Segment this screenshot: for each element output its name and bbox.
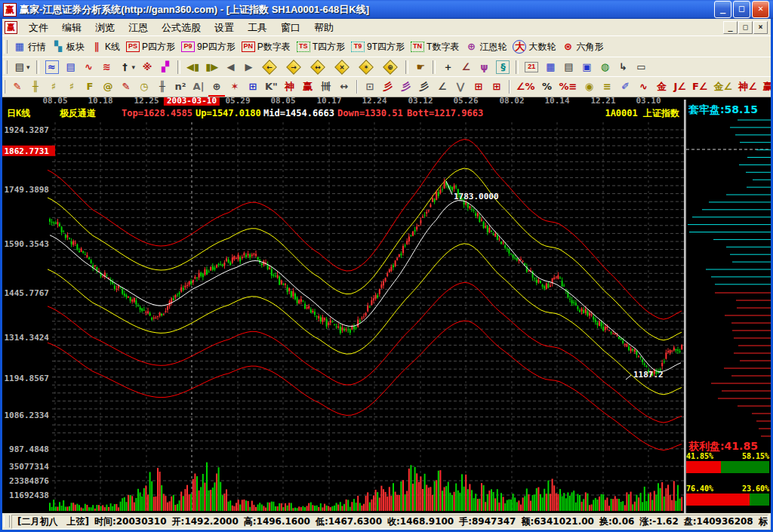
draw-pen-button[interactable]: ✎ (9, 78, 26, 95)
fan-red-button[interactable]: 彡 (380, 78, 396, 95)
menu-formula-select[interactable]: 公式选股 (155, 20, 208, 35)
j-angle-button[interactable]: J∠ (671, 78, 688, 95)
menu-settings[interactable]: 设置 (208, 20, 241, 35)
spiral-button[interactable]: @ (100, 78, 116, 95)
info-doc-button[interactable]: ▤ (63, 59, 79, 75)
grid-lines-button[interactable]: ╫ (27, 78, 44, 95)
gold-circle-button[interactable]: ◉ (581, 78, 597, 95)
zoom-out-button[interactable]: ⊕ (379, 59, 402, 75)
ma-9-button[interactable]: ≋ (99, 59, 115, 75)
angle-lines-button[interactable]: ∠ (434, 78, 451, 95)
fan-purple-button[interactable]: 彡 (398, 78, 414, 95)
child-restore-button[interactable]: □ (738, 21, 753, 34)
save-button[interactable]: ▣ (578, 59, 595, 75)
9p-square-button[interactable]: P99P四方形 (179, 38, 238, 55)
shift-right-button[interactable]: → (282, 59, 305, 75)
f-lines-button[interactable]: F (82, 78, 98, 95)
gold-red-button[interactable]: 金 (653, 78, 670, 95)
big-wheel-button[interactable]: 大大数轮 (510, 38, 558, 55)
n-square-button[interactable]: n² (172, 78, 189, 95)
gann-wheel-button[interactable]: ⊕江恩轮 (463, 38, 509, 55)
span-arrows-button[interactable]: ↔ (336, 78, 353, 95)
last-page-button[interactable]: ▮▶ (203, 59, 220, 75)
calendar-button[interactable]: 21 (522, 59, 540, 75)
notes-button[interactable]: ▤ (560, 59, 577, 75)
square-grid-button[interactable]: ⊞ (245, 78, 261, 95)
zoom-in-button[interactable]: ✶ (355, 59, 377, 75)
gann-circle-button[interactable]: ⊕ (208, 78, 225, 95)
toolbar-separator (405, 60, 408, 74)
9t-square-button[interactable]: T99T四方形 (349, 38, 407, 55)
t-square-button[interactable]: TST四方形 (294, 38, 347, 55)
print-button[interactable]: ▭ (633, 59, 649, 75)
data-download-button[interactable]: ◍ (596, 59, 613, 75)
win-tool-button[interactable]: 赢 (300, 78, 316, 95)
menu-tools[interactable]: 工具 (241, 20, 274, 35)
v-lines-button[interactable]: ⋁ (452, 78, 469, 95)
menu-browse[interactable]: 浏览 (88, 20, 122, 35)
shen-tool-button[interactable]: 神 (282, 78, 298, 95)
ma-3-button[interactable]: ∿ (81, 59, 97, 75)
count-lines-button[interactable]: ╫ (154, 78, 171, 95)
kline-button[interactable]: ∥K线 (88, 38, 122, 55)
gold-grid-2-button[interactable]: ♯ (63, 78, 80, 95)
menu-file[interactable]: 文件 (22, 20, 55, 35)
restore-button[interactable]: □ (733, 1, 750, 18)
t-number-button[interactable]: TNT数字表 (408, 38, 461, 55)
percent-angle-button[interactable]: ∠% (514, 78, 537, 95)
gann-marker-button[interactable]: ψ (476, 59, 492, 75)
shift-left-button[interactable]: ← (258, 59, 281, 75)
overlay-compare-button[interactable]: ※ (139, 59, 156, 75)
menu-edit[interactable]: 编辑 (55, 20, 88, 35)
histogram-view-button[interactable]: ▞ (157, 59, 174, 75)
trend-wave-button[interactable]: ≈ (43, 59, 61, 75)
grid-red-2-button[interactable]: ⊞ (488, 78, 505, 95)
period-type-button[interactable]: ▤▾ (11, 59, 32, 75)
zoom-fit-button[interactable]: × (331, 59, 353, 75)
first-page-button[interactable]: ◀▮ (184, 59, 202, 75)
price-chart[interactable]: 1924.32871862.77311749.38981590.35431445… (2, 121, 684, 513)
mirror-tool-button[interactable]: A| (190, 78, 207, 95)
child-close-button[interactable]: × (753, 21, 768, 34)
sectors-button[interactable]: ▚板块 (50, 38, 87, 55)
select-box-button[interactable]: ⊡ (362, 78, 378, 95)
wave-tool-button[interactable]: ∿ (635, 78, 651, 95)
shen-angle-button[interactable]: 神∠ (736, 78, 759, 95)
time-cycle-button[interactable]: ◷ (136, 78, 152, 95)
k-marks-button[interactable]: K" (263, 78, 280, 95)
menu-window[interactable]: 窗口 (274, 20, 307, 35)
star-wheel-button[interactable]: ✶ (226, 78, 243, 95)
pattern-marker-button[interactable]: § (494, 59, 512, 75)
quotes-button[interactable]: ▦行情 (11, 38, 48, 55)
bar-type-button[interactable]: †▾ (117, 59, 138, 75)
drag-hand-button[interactable]: ☛ (412, 59, 429, 75)
close-button[interactable]: ✕ (752, 1, 769, 18)
zoom-horizontal-button[interactable]: ↔ (306, 59, 329, 75)
red-pen-button[interactable]: ✎ (118, 78, 134, 95)
ruler-grid-button[interactable]: 卌 (318, 78, 334, 95)
crosshair-button[interactable]: ＋ (439, 59, 456, 75)
title-bar[interactable]: 赢 赢家-江恩证券分析系统(http://gann360.com) - [上证指… (0, 0, 773, 19)
p-number-button[interactable]: PNP数字表 (239, 38, 293, 55)
menu-help[interactable]: 帮助 (307, 20, 340, 35)
hexagon-button[interactable]: ⊛六角形 (559, 38, 605, 55)
page-prev-button[interactable]: ◀ (222, 59, 239, 75)
fan-dark-button[interactable]: 彡 (416, 78, 433, 95)
percent-button[interactable]: % (539, 78, 556, 95)
gold-grid-1-button[interactable]: ♯ (45, 78, 62, 95)
page-next-button[interactable]: ▶ (240, 59, 257, 75)
minimize-button[interactable]: _ (714, 1, 731, 18)
f-angle-button[interactable]: F∠ (690, 78, 710, 95)
blue-pen-button[interactable]: ✐ (617, 78, 633, 95)
child-minimize-button[interactable]: _ (723, 21, 738, 34)
calculator-button[interactable]: ▦ (542, 59, 559, 75)
win-angle-button[interactable]: 赢∠ (761, 78, 771, 95)
grid-red-1-button[interactable]: ⊞ (470, 78, 487, 95)
p-square-button[interactable]: PSP四方形 (124, 38, 177, 55)
export-button[interactable]: ↳ (614, 59, 631, 75)
gold-angle-button[interactable]: 金∠ (712, 78, 735, 95)
percent-levels-button[interactable]: %≡ (557, 78, 580, 95)
gold-levels-button[interactable]: ≡ (599, 78, 615, 95)
angle-measure-button[interactable]: ∠ (457, 59, 474, 75)
menu-gann[interactable]: 江恩 (122, 20, 155, 35)
